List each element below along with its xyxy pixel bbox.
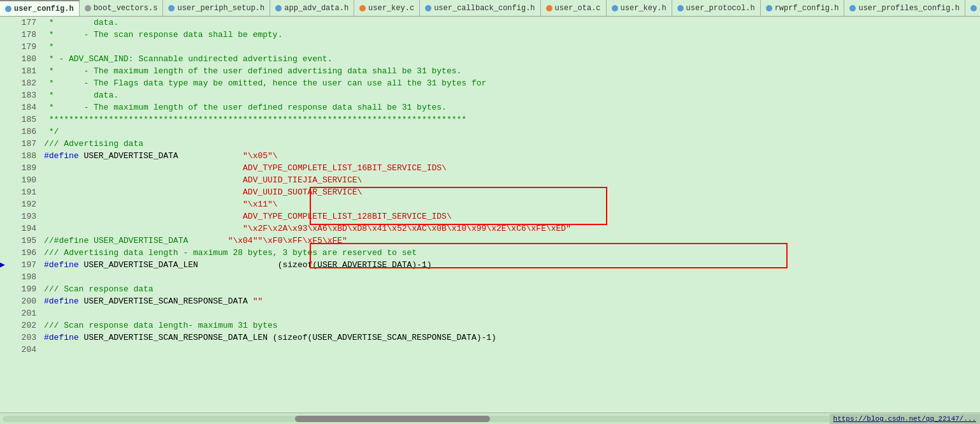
line-content: * - The Flags data type may be omitted, … xyxy=(44,77,980,89)
tab-user_callback_config-h[interactable]: user_callback_config.h xyxy=(420,0,540,17)
line-number: 195 xyxy=(9,235,44,247)
code-line: 204 xyxy=(0,344,980,356)
line-content: ADV_TYPE_COMPLETE_LIST_16BIT_SERVICE_IDS… xyxy=(44,162,980,174)
line-content: * - The scan response data shall be empt… xyxy=(44,29,980,41)
tab-boot_vectors-s[interactable]: boot_vectors.s xyxy=(80,0,164,17)
code-token-normal xyxy=(44,224,243,233)
code-line: 185 ************************************… xyxy=(0,113,980,126)
code-line: 183 * data. xyxy=(0,89,980,101)
code-line: 186 */ xyxy=(0,126,980,138)
line-number: 203 xyxy=(9,332,44,344)
code-token-string: "\x2F\x2A\x93\xA6\xBD\xD8\x41\x52\xAC\x0… xyxy=(243,224,571,233)
code-line: 192 "\x11"\ xyxy=(0,198,980,210)
tab-user_ota-c[interactable]: user_ota.c xyxy=(541,0,607,17)
code-token-string: ADV_TYPE_COMPLETE_LIST_128BIT_SERVICE_ID… xyxy=(243,212,452,221)
code-line: 179 * xyxy=(0,41,980,53)
code-line: 184 * - The maximum length of the user d… xyxy=(0,101,980,113)
code-line: 191 ADV_UUID_SUOTAR_SERVICE\ xyxy=(0,186,980,198)
code-token-comment: /// Scan response data xyxy=(44,284,154,294)
tab-label: boot_vectors.s xyxy=(94,4,158,13)
line-number: 190 xyxy=(9,174,44,186)
tab-icon xyxy=(85,5,91,11)
tab-icon xyxy=(612,5,618,11)
tab-icon xyxy=(425,5,431,11)
tab-user_profiles_config-h[interactable]: user_profiles_config.h xyxy=(844,0,965,17)
tab-label: user_key.h xyxy=(621,4,667,13)
line-arrow: ▶ xyxy=(0,259,9,271)
line-content: ADV_UUID_SUOTAR_SERVICE\ xyxy=(44,186,980,198)
code-line: 180 * - ADV_SCAN_IND: Scannable undirect… xyxy=(0,53,980,65)
code-token-macro: #define xyxy=(44,296,79,306)
line-number: 186 xyxy=(9,126,44,138)
line-content: "\x2F\x2A\x93\xA6\xBD\xD8\x41\x52\xAC\x0… xyxy=(44,223,980,235)
code-token-normal xyxy=(44,187,243,197)
line-content: //#define USER_ADVERTISE_DATA "\x04""\xF… xyxy=(44,235,980,247)
line-content: * data. xyxy=(44,89,980,101)
tab-user_config-h[interactable]: user_config.h xyxy=(0,0,80,17)
code-token-macro: #define xyxy=(44,260,79,270)
line-content: /// Advertising data xyxy=(44,138,980,150)
tab-icon xyxy=(5,6,11,12)
tab-label: user_periph_setup.h xyxy=(177,4,264,13)
line-number: 180 xyxy=(9,53,44,65)
code-token-macro: #define xyxy=(44,333,79,342)
line-number: 197 xyxy=(9,259,44,271)
line-content: * data. xyxy=(44,17,980,29)
code-line: 195//#define USER_ADVERTISE_DATA "\x04""… xyxy=(0,235,980,247)
line-content: * xyxy=(44,41,980,53)
line-content: ADV_TYPE_COMPLETE_LIST_128BIT_SERVICE_ID… xyxy=(44,210,980,223)
code-token-string: ADV_UUID_TIEJIA_SERVICE\ xyxy=(243,175,362,185)
code-token-comment: /// Advertising data length - maximum 28… xyxy=(44,248,417,258)
tab-label: user_profiles_config.h xyxy=(858,4,959,13)
tab-user_protocol-h[interactable]: user_protocol.h xyxy=(672,0,761,17)
line-content: * - The maximum length of the user defin… xyxy=(44,101,980,113)
line-number: 201 xyxy=(9,307,44,319)
code-token-string: "\x11"\ xyxy=(243,200,278,209)
line-content: #define USER_ADVERTISE_SCAN_RESPONSE_DAT… xyxy=(44,295,980,307)
tab-icon xyxy=(970,5,977,11)
code-line: 203#define USER_ADVERTISE_SCAN_RESPONSE_… xyxy=(0,332,980,344)
line-content: #define USER_ADVERTISE_DATA "\x05"\ xyxy=(44,150,980,162)
line-number: 188 xyxy=(9,150,44,162)
code-token-comment: /// Scan response data length- maximum 3… xyxy=(44,321,278,330)
code-line: 181 * - The maximum length of the user d… xyxy=(0,65,980,77)
line-content: /// Advertising data length - maximum 28… xyxy=(44,247,980,259)
line-content: ADV_UUID_TIEJIA_SERVICE\ xyxy=(44,174,980,186)
line-content: "\x11"\ xyxy=(44,198,980,210)
tab-user_periph_setup-h[interactable]: user_periph_setup.h xyxy=(163,0,270,17)
tab-user_key-c[interactable]: user_key.c xyxy=(354,0,420,17)
code-area: 177 * data. 178 * - The scan response da… xyxy=(0,17,980,413)
tab-icon xyxy=(359,5,366,11)
code-token-macro: #define xyxy=(44,151,79,161)
line-number: 191 xyxy=(9,186,44,198)
code-line: 200#define USER_ADVERTISE_SCAN_RESPONSE_… xyxy=(0,295,980,307)
code-token-comment: * - The maximum length of the user defin… xyxy=(44,66,461,76)
code-token-comment: * data. xyxy=(44,91,119,100)
line-content: * - The maximum length of the user defin… xyxy=(44,65,980,77)
code-token-comment: * - The Flags data type may be omitted, … xyxy=(44,78,486,88)
code-token-string: "" xyxy=(253,296,263,306)
tab-user_key-h[interactable]: user_key.h xyxy=(607,0,672,17)
code-token-comment: * data. xyxy=(44,18,119,27)
code-token-comment: * xyxy=(44,42,54,52)
line-content: * - ADV_SCAN_IND: Scannable undirected a… xyxy=(44,53,980,65)
tab-label: rwprf_config.h xyxy=(775,4,839,13)
line-number: 184 xyxy=(9,101,44,113)
tab-stdio-h[interactable]: stdio.h xyxy=(965,0,980,17)
code-line: 188#define USER_ADVERTISE_DATA "\x05"\ xyxy=(0,150,980,162)
line-content: */ xyxy=(44,126,980,138)
scrollbar-thumb[interactable] xyxy=(295,416,490,422)
code-line: 194 "\x2F\x2A\x93\xA6\xBD\xD8\x41\x52\xA… xyxy=(0,223,980,235)
tab-app_adv_data-h[interactable]: app_adv_data.h xyxy=(270,0,354,17)
line-number: 196 xyxy=(9,247,44,259)
line-number: 202 xyxy=(9,319,44,332)
code-token-normal: USER_ADVERTISE_SCAN_RESPONSE_DATA xyxy=(79,296,253,306)
tab-label: user_key.c xyxy=(368,4,414,13)
code-line: 193 ADV_TYPE_COMPLETE_LIST_128BIT_SERVIC… xyxy=(0,210,980,223)
line-content: #define USER_ADVERTISE_SCAN_RESPONSE_DAT… xyxy=(44,332,980,344)
code-token-normal xyxy=(44,200,243,209)
tab-label: user_callback_config.h xyxy=(434,4,535,13)
tab-rwprf_config-h[interactable]: rwprf_config.h xyxy=(761,0,845,17)
code-line: 182 * - The Flags data type may be omitt… xyxy=(0,77,980,89)
code-token-comment: * - The scan response data shall be empt… xyxy=(44,30,282,40)
